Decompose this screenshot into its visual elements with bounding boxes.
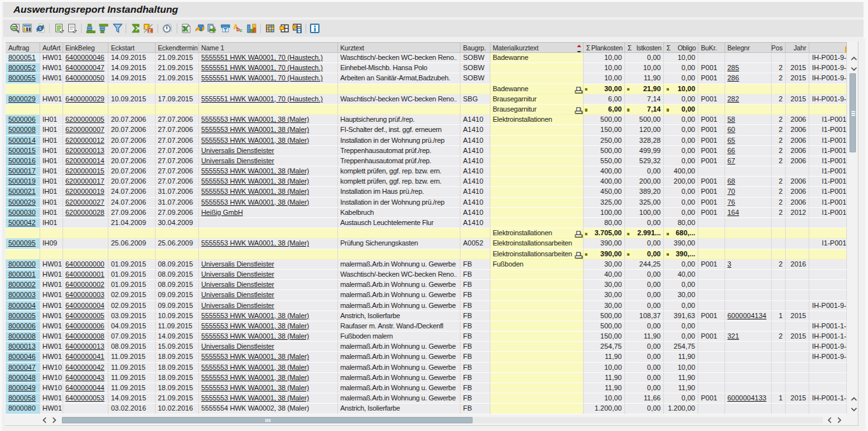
svg-text:c: c bbox=[240, 27, 243, 33]
svg-text:Σ: Σ bbox=[149, 28, 151, 33]
